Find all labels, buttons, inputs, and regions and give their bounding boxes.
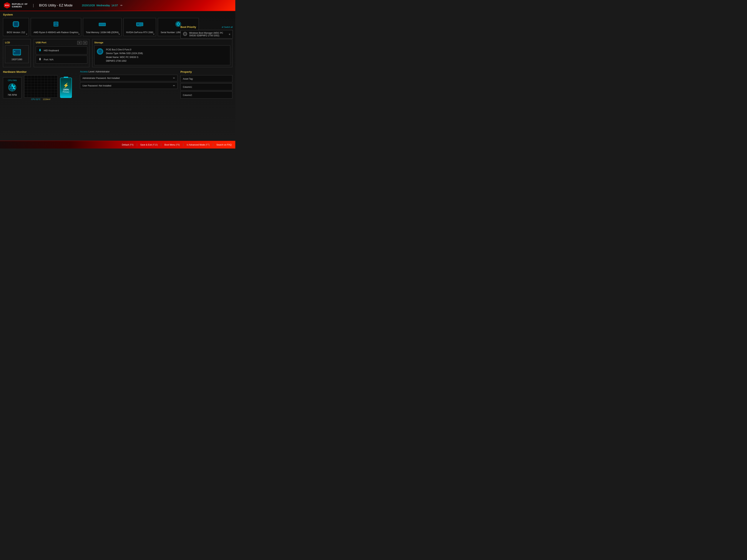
boot-priority-title: Boot Priority xyxy=(180,26,196,28)
access-row-user: User Password -Not Installed ✏ xyxy=(80,82,178,89)
bios-card[interactable]: BIOS Version: 212 ▼ xyxy=(3,18,29,36)
boot-item-label-0: Windows Boot Manager (WDC PC SN530 SDBPN… xyxy=(189,32,227,37)
system-section-title: System xyxy=(3,13,232,16)
admin-edit-icon[interactable]: ✏ xyxy=(173,77,175,79)
usb-next-btn[interactable]: > xyxy=(83,41,87,45)
battery-percentage: 100% xyxy=(63,88,69,91)
usb-prev-btn[interactable]: < xyxy=(77,41,82,45)
hw-grid-chart xyxy=(24,75,57,98)
usb-item-keyboard: HID Keyboard xyxy=(36,47,87,54)
usb-items: HID Keyboard Port: N/A xyxy=(36,47,87,63)
edit-time-icon[interactable]: ✏ xyxy=(121,4,123,7)
header-day: Wednesday xyxy=(96,4,110,7)
lcd-section: LCD 1920*1080 xyxy=(3,39,31,68)
hardware-monitor-section: Hardware Monitor CPU FAN xyxy=(3,70,77,100)
svg-point-65 xyxy=(11,87,13,88)
bios-card-arrow: ▼ xyxy=(26,33,28,35)
footer-advanced-key: (F7) xyxy=(206,143,210,146)
rog-logo: ROG REPUBLIC OF GAMERS xyxy=(4,2,28,9)
usb-nav: < > xyxy=(77,41,87,45)
svg-rect-28 xyxy=(140,24,140,25)
svg-rect-21 xyxy=(100,24,100,25)
svg-rect-45 xyxy=(14,50,20,54)
storage-item: PCIE Bus:3 Dev:0 Func:0 Device Type: NVM… xyxy=(94,45,230,65)
property-title: Property xyxy=(180,70,232,73)
usb-port-icon xyxy=(38,57,42,62)
battery-label: Primary xyxy=(63,91,69,93)
mid-row: LCD 1920*1080 USB xyxy=(3,39,232,68)
usb-section-title: USB Port xyxy=(36,41,46,44)
cpu-temp: CPU 52°C xyxy=(31,98,41,100)
memory-card[interactable]: Total Memory: 16384 MB (DDR4) ▼ xyxy=(83,18,121,36)
lcd-display: 1920*1080 xyxy=(5,45,29,63)
cpu-fan-box: CPU FAN 795 xyxy=(3,77,22,98)
cpu-icon: CPU xyxy=(52,20,60,30)
footer-save-label: Save & Exit xyxy=(140,143,152,146)
footer-divider-3: | xyxy=(183,143,184,146)
boot-priority-header: Boot Priority ⇄ Switch all xyxy=(180,26,233,28)
usb-keyboard-icon xyxy=(38,48,42,53)
cpu-fan-label: CPU FAN xyxy=(6,79,19,81)
footer-divider-4: | xyxy=(213,143,213,146)
storage-section-title: Storage xyxy=(94,41,230,44)
property-col2-label: Column2: xyxy=(183,94,192,97)
hw-monitor-inner: CPU FAN 795 xyxy=(3,75,77,100)
bottom-row: Hardware Monitor CPU FAN xyxy=(3,70,232,100)
rog-brand-text: REPUBLIC OF GAMERS xyxy=(12,3,28,8)
switch-all-btn[interactable]: ⇄ Switch all xyxy=(222,26,233,28)
svg-rect-24 xyxy=(103,24,104,25)
svg-point-68 xyxy=(185,33,185,34)
svg-rect-23 xyxy=(102,24,103,25)
property-asset-label: Asset Tag: xyxy=(183,78,193,80)
bios-mode-title: BIOS Utility - EZ Mode xyxy=(39,3,73,7)
access-section: Access Level: Administrator Administrato… xyxy=(80,70,178,100)
svg-rect-52 xyxy=(40,60,41,60)
boot-drive-icon xyxy=(183,32,187,37)
footer-default-label: Default xyxy=(122,143,129,146)
lcd-resolution: 1920*1080 xyxy=(11,58,22,61)
gpu-card-arrow: ▼ xyxy=(153,33,155,35)
footer-boot-label: Boot Menu xyxy=(164,143,175,146)
cpu-card[interactable]: CPU AMD Ryzen 9 4900HS with Radeon Graph… xyxy=(31,18,81,36)
property-section: Property Asset Tag: Column1: Column2: xyxy=(180,70,232,100)
usb-port-label: Port: N/A xyxy=(44,58,54,61)
memory-card-arrow: ▼ xyxy=(119,33,120,35)
battery-top-cap xyxy=(64,77,68,78)
header-divider: | xyxy=(33,3,34,7)
storage-drive-icon xyxy=(97,48,103,55)
chart-area: CPU 52°C 1218mV xyxy=(24,75,57,100)
footer-default-key: (F9) xyxy=(129,143,134,146)
memory-icon xyxy=(98,20,106,30)
footer-boot-menu[interactable]: Boot Menu (F8) xyxy=(164,143,180,146)
gpu-card[interactable]: NVIDIA GeForce RTX 2060 ▼ xyxy=(123,18,156,36)
storage-details: PCIE Bus:3 Dev:0 Func:0 Device Type: NVM… xyxy=(106,48,143,63)
usb-section: USB Port < > HID Keyboa xyxy=(34,39,89,68)
header-date: 2020/10/28 xyxy=(82,4,95,7)
footer-save-key: (F10) xyxy=(153,143,158,146)
boot-priority-section: Boot Priority ⇄ Switch all Windows Boot … xyxy=(178,24,235,41)
boot-item-0[interactable]: Windows Boot Manager (WDC PC SN530 SDBPN… xyxy=(180,30,233,38)
lcd-section-title: LCD xyxy=(5,41,29,44)
storage-section: Storage PCIE Bus:3 Dev:0 Func:0 Device T… xyxy=(92,39,232,68)
footer-advanced-mode[interactable]: ⊟ Advanced Mode (F7) xyxy=(186,143,210,146)
bios-header: ROG REPUBLIC OF GAMERS | BIOS Utility - … xyxy=(0,0,235,11)
storage-detail-2: Device Type: NVMe SSD (1024.2GB) xyxy=(106,52,143,55)
fan-rpm: 795 RPM xyxy=(6,94,19,96)
user-password-label: User Password -Not Installed xyxy=(82,84,111,87)
user-edit-icon[interactable]: ✏ xyxy=(173,84,175,87)
memory-card-label: Total Memory: 16384 MB (DDR4) xyxy=(86,31,119,34)
svg-point-56 xyxy=(100,51,100,52)
footer-divider-2: | xyxy=(161,143,161,146)
gpu-icon xyxy=(136,20,144,30)
cpu-fan-icon xyxy=(8,83,17,92)
footer-search-faq[interactable]: Search on FAQ xyxy=(216,143,232,146)
admin-password-label: Administrator Password -Not Installed xyxy=(82,77,120,79)
access-title-white: Level: Administrator xyxy=(88,70,110,73)
svg-rect-29 xyxy=(141,24,141,25)
usb-keyboard-label: HID Keyboard xyxy=(44,49,59,52)
footer-faq-label: Search on FAQ xyxy=(216,143,232,146)
footer-save-exit[interactable]: Save & Exit (F10) xyxy=(140,143,158,146)
footer-default[interactable]: Default (F9) xyxy=(122,143,134,146)
bios-card-label: BIOS Version: 212 xyxy=(7,31,25,34)
boot-menu-icon[interactable]: ≡ xyxy=(229,33,230,36)
